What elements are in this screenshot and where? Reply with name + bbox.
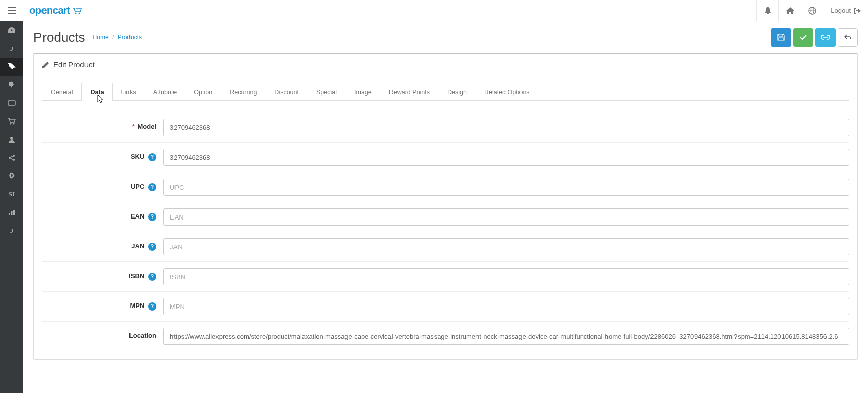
- bell-icon: [764, 7, 771, 15]
- svg-rect-9: [10, 106, 13, 106]
- tab-special[interactable]: Special: [308, 83, 345, 101]
- home-button[interactable]: [778, 0, 801, 21]
- breadcrumb-sep: /: [112, 34, 114, 41]
- monitor-icon: [8, 100, 16, 106]
- label-ean: EAN ?: [42, 208, 163, 226]
- menu-toggle-button[interactable]: [0, 0, 23, 21]
- svg-rect-21: [13, 210, 15, 215]
- sidebar-item-reports[interactable]: [0, 203, 23, 222]
- svg-line-17: [11, 158, 13, 160]
- form-row-jan: JAN ?: [42, 232, 849, 262]
- input-jan[interactable]: [163, 238, 849, 255]
- help-icon[interactable]: ?: [148, 213, 156, 221]
- label-jan: JAN ?: [42, 238, 163, 255]
- sidebar-item-design[interactable]: [0, 94, 23, 112]
- sidebar-item-j2[interactable]: J: [0, 222, 23, 240]
- tab-general[interactable]: General: [42, 83, 81, 101]
- input-model[interactable]: [163, 119, 849, 136]
- logout-label: Logout: [831, 7, 851, 14]
- chart-icon: [8, 209, 15, 215]
- reply-icon: [844, 34, 851, 40]
- brand-logo[interactable]: opencart: [29, 5, 83, 16]
- input-isbn[interactable]: [163, 268, 849, 285]
- input-upc[interactable]: [163, 179, 849, 196]
- form-row-isbn: ISBN ?: [42, 262, 849, 292]
- input-mpn[interactable]: [163, 298, 849, 315]
- main-content: Products Home / Products: [23, 21, 868, 393]
- page-actions: [771, 28, 858, 47]
- sidebar-item-system[interactable]: [0, 167, 23, 185]
- save-button[interactable]: [771, 28, 791, 47]
- sidebar: J SI J: [0, 21, 23, 393]
- svg-rect-0: [8, 7, 16, 8]
- save-icon: [777, 34, 785, 41]
- breadcrumb-current[interactable]: Products: [118, 34, 142, 41]
- svg-point-15: [13, 159, 15, 161]
- help-icon[interactable]: ?: [148, 302, 156, 311]
- form-row-ean: EAN ?: [42, 202, 849, 232]
- cancel-button[interactable]: [838, 28, 858, 47]
- svg-point-18: [11, 174, 13, 177]
- check-icon: [800, 34, 807, 40]
- panel-body: GeneralDataLinksAttributeOptionRecurring…: [34, 75, 857, 359]
- help-icon[interactable]: ?: [148, 273, 156, 281]
- tab-image[interactable]: Image: [345, 83, 380, 101]
- tab-links[interactable]: Links: [113, 83, 145, 101]
- logout-button[interactable]: Logout: [823, 0, 868, 21]
- tab-recurring[interactable]: Recurring: [221, 83, 266, 101]
- breadcrumb-home[interactable]: Home: [93, 34, 109, 41]
- form-row-upc: UPC ?: [42, 172, 849, 202]
- logout-icon: [854, 8, 861, 14]
- link-icon: [821, 35, 830, 40]
- input-location[interactable]: [163, 328, 849, 345]
- cart-icon: [8, 118, 16, 125]
- tab-attribute[interactable]: Attribute: [145, 83, 186, 101]
- label-sku: SKU ?: [42, 149, 163, 166]
- page-title: Products: [33, 30, 85, 46]
- sidebar-item-marketing[interactable]: [0, 149, 23, 167]
- svg-point-3: [75, 12, 77, 14]
- globe-icon: [808, 7, 816, 15]
- panel-heading: Edit Product: [34, 54, 857, 75]
- sidebar-item-extensions[interactable]: [0, 76, 23, 94]
- form-row-location: Location: [42, 322, 849, 351]
- globe-button[interactable]: [801, 0, 823, 21]
- tags-icon: [8, 63, 16, 70]
- tab-discount[interactable]: Discount: [266, 83, 308, 101]
- gear-icon: [8, 172, 15, 180]
- input-sku[interactable]: [163, 149, 849, 166]
- sidebar-item-si[interactable]: SI: [0, 185, 23, 203]
- dashboard-icon: [8, 27, 16, 34]
- help-icon[interactable]: ?: [148, 153, 156, 161]
- user-icon: [8, 136, 15, 143]
- svg-point-12: [10, 137, 13, 140]
- edit-panel: Edit Product GeneralDataLinksAttributeOp…: [33, 53, 858, 360]
- tab-related-options[interactable]: Related Options: [475, 83, 538, 101]
- form-row-mpn: MPN ?: [42, 292, 849, 322]
- label-mpn: MPN ?: [42, 298, 163, 315]
- link-button[interactable]: [815, 28, 836, 47]
- sidebar-item-sales[interactable]: [0, 112, 23, 130]
- sidebar-item-customers[interactable]: [0, 130, 23, 149]
- form-row-model: * Model: [42, 113, 849, 143]
- cart-icon: [72, 7, 83, 14]
- svg-point-11: [13, 123, 15, 125]
- sidebar-item-j1[interactable]: J: [0, 39, 23, 58]
- menu-icon: [8, 7, 16, 14]
- tab-design[interactable]: Design: [439, 83, 475, 101]
- page-header: Products Home / Products: [23, 21, 868, 53]
- help-icon[interactable]: ?: [148, 183, 156, 191]
- tab-data[interactable]: Data: [81, 83, 112, 101]
- svg-point-10: [10, 123, 12, 125]
- help-icon[interactable]: ?: [148, 243, 156, 251]
- svg-rect-8: [8, 101, 15, 105]
- tab-option[interactable]: Option: [185, 83, 221, 101]
- share-icon: [8, 154, 15, 161]
- apply-button[interactable]: [793, 28, 813, 47]
- input-ean[interactable]: [163, 208, 849, 226]
- sidebar-item-catalog[interactable]: [0, 58, 23, 76]
- tab-reward-points[interactable]: Reward Points: [380, 83, 439, 101]
- notifications-button[interactable]: [756, 0, 778, 21]
- sidebar-item-dashboard[interactable]: [0, 21, 23, 39]
- form-row-sku: SKU ?: [42, 143, 849, 172]
